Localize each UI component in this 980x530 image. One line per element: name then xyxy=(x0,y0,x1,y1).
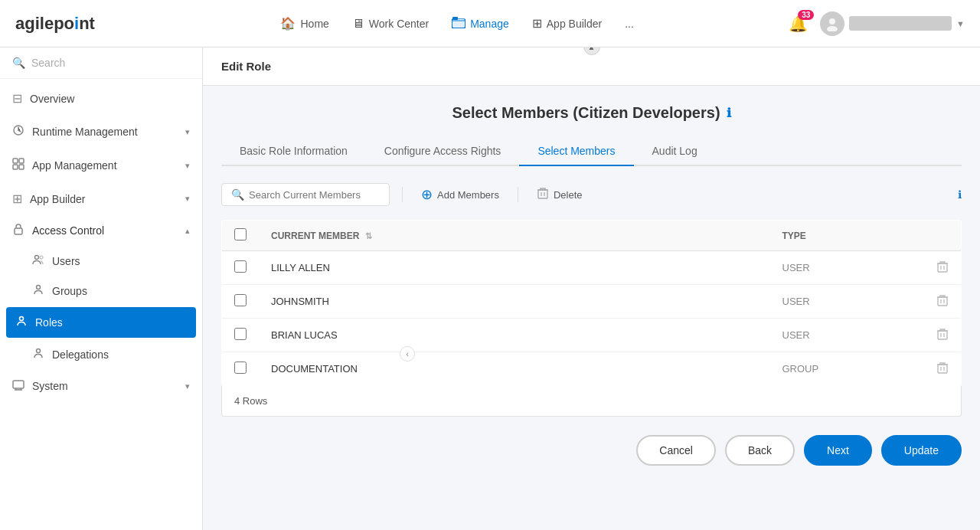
add-members-button[interactable]: ⊕ Add Members xyxy=(415,182,505,208)
main-content: ▲ Edit Role Select Members (Citizen Deve… xyxy=(203,47,980,530)
info-icon[interactable]: ℹ xyxy=(727,106,731,120)
nav-workcenter[interactable]: 🖥 Work Center xyxy=(352,17,429,31)
tab-bar: Basic Role Information Configure Access … xyxy=(221,137,962,166)
svg-point-16 xyxy=(37,349,41,353)
members-table: CURRENT MEMBER ⇅ TYPE LILLY xyxy=(221,220,962,386)
update-button[interactable]: Update xyxy=(881,435,962,466)
cancel-button[interactable]: Cancel xyxy=(636,435,716,466)
group-icon xyxy=(32,283,44,298)
header-delete-col xyxy=(923,221,962,251)
header-type: TYPE xyxy=(770,221,923,251)
logo[interactable]: agilepoint xyxy=(15,14,95,34)
row-delete-button[interactable] xyxy=(923,319,962,352)
table-body: LILLY ALLEN USER JOHNSMITH USER xyxy=(222,251,962,386)
sidebar-item-overview[interactable]: ⊟ Overview xyxy=(0,82,202,115)
nav-home[interactable]: 🏠 Home xyxy=(280,16,328,31)
app-layout: 🔍 Search ⊟ Overview Runtime Management ▾ xyxy=(0,47,980,530)
row-delete-button[interactable] xyxy=(923,251,962,285)
row-checkbox[interactable] xyxy=(234,260,247,273)
row-checkbox[interactable] xyxy=(234,294,247,306)
row-checkbox-cell xyxy=(222,352,260,386)
row-checkbox[interactable] xyxy=(234,328,247,340)
row-checkbox[interactable] xyxy=(234,362,247,374)
table-row: JOHNSMITH USER xyxy=(222,285,962,319)
row-delete-button[interactable] xyxy=(923,352,962,386)
nav-appbuilder[interactable]: ⊞ App Builder xyxy=(532,16,602,31)
app-builder-icon: ⊞ xyxy=(12,191,22,206)
main-header: ▲ Edit Role xyxy=(203,47,980,86)
sidebar-collapse-button[interactable]: ‹ xyxy=(400,346,415,362)
trash-icon xyxy=(537,187,549,202)
nav-manage[interactable]: Manage xyxy=(452,16,509,31)
select-all-checkbox[interactable] xyxy=(234,228,247,240)
chevron-down-icon: ▾ xyxy=(185,127,190,137)
sidebar-item-users[interactable]: Users xyxy=(0,246,202,276)
member-name: LILLY ALLEN xyxy=(259,251,770,285)
back-button[interactable]: Back xyxy=(725,435,795,466)
tab-configure-access[interactable]: Configure Access Rights xyxy=(366,137,520,166)
header-checkbox-cell xyxy=(222,221,260,251)
next-button[interactable]: Next xyxy=(804,435,872,466)
toolbar-separator-2 xyxy=(518,187,518,202)
sidebar-item-app-builder[interactable]: ⊞ App Builder ▾ xyxy=(0,182,202,215)
svg-point-4 xyxy=(829,18,835,25)
svg-point-13 xyxy=(40,256,43,259)
search-members-box[interactable]: 🔍 xyxy=(221,183,390,206)
collapse-top-button[interactable]: ▲ xyxy=(583,47,600,55)
row-checkbox-cell xyxy=(222,285,260,319)
svg-rect-7 xyxy=(13,159,18,163)
svg-rect-10 xyxy=(19,165,24,169)
table-toolbar: 🔍 ⊕ Add Members Delete ℹ xyxy=(221,182,962,208)
search-members-input[interactable] xyxy=(249,189,380,201)
sidebar-item-app-management[interactable]: App Management ▾ xyxy=(0,149,202,182)
delete-button[interactable]: Delete xyxy=(531,182,589,207)
system-icon xyxy=(12,378,24,394)
chevron-down-icon: ▾ xyxy=(185,194,190,204)
tab-audit-log[interactable]: Audit Log xyxy=(634,137,716,166)
user-menu[interactable]: ████████ ▼ xyxy=(820,11,965,36)
sidebar: 🔍 Search ⊟ Overview Runtime Management ▾ xyxy=(0,47,203,530)
sidebar-item-delegations[interactable]: Delegations xyxy=(0,339,202,369)
svg-rect-19 xyxy=(938,263,947,272)
sidebar-search[interactable]: 🔍 Search xyxy=(0,47,202,79)
svg-point-5 xyxy=(827,26,838,31)
toolbar-separator xyxy=(402,187,403,202)
svg-point-14 xyxy=(37,286,41,290)
notification-button[interactable]: 🔔 33 xyxy=(789,15,808,33)
svg-rect-18 xyxy=(538,190,547,198)
member-type: USER xyxy=(770,251,923,285)
page-title: Select Members (Citizen Developers) ℹ xyxy=(221,104,962,122)
sidebar-item-access-control[interactable]: Access Control ▴ xyxy=(0,215,202,246)
roles-icon xyxy=(15,315,28,330)
search-icon: 🔍 xyxy=(12,57,25,69)
table-header-row: CURRENT MEMBER ⇅ TYPE xyxy=(222,221,962,251)
member-type: GROUP xyxy=(770,352,923,386)
add-icon: ⊕ xyxy=(421,186,433,203)
table-row: LILLY ALLEN USER xyxy=(222,251,962,285)
notification-badge: 33 xyxy=(798,10,814,20)
sort-icon[interactable]: ⇅ xyxy=(365,231,372,240)
sidebar-item-runtime-management[interactable]: Runtime Management ▾ xyxy=(0,115,202,149)
runtime-icon xyxy=(12,124,24,139)
nav-links: 🏠 Home 🖥 Work Center Manage ⊞ App Builde… xyxy=(126,16,789,31)
users-icon xyxy=(32,254,44,268)
tab-select-members[interactable]: Select Members xyxy=(519,137,633,166)
svg-rect-11 xyxy=(15,228,22,234)
monitor-icon: 🖥 xyxy=(352,17,364,31)
sidebar-item-groups[interactable]: Groups xyxy=(0,276,202,306)
svg-rect-8 xyxy=(19,159,24,163)
nav-more[interactable]: ... xyxy=(625,18,634,30)
tab-basic-role-info[interactable]: Basic Role Information xyxy=(221,137,366,166)
top-navigation: agilepoint 🏠 Home 🖥 Work Center Manage ⊞… xyxy=(0,0,980,47)
sidebar-section-main: ⊟ Overview Runtime Management ▾ App Mana… xyxy=(0,79,202,406)
sidebar-item-system[interactable]: System ▾ xyxy=(0,369,202,403)
sidebar-item-roles[interactable]: Roles xyxy=(6,307,196,338)
lock-icon xyxy=(12,223,24,238)
svg-rect-3 xyxy=(452,17,458,20)
row-checkbox-cell xyxy=(222,251,260,285)
delegations-icon xyxy=(32,347,44,362)
svg-rect-9 xyxy=(13,165,18,169)
svg-point-12 xyxy=(35,256,39,260)
table-info-icon[interactable]: ℹ xyxy=(958,188,962,201)
row-delete-button[interactable] xyxy=(923,285,962,319)
